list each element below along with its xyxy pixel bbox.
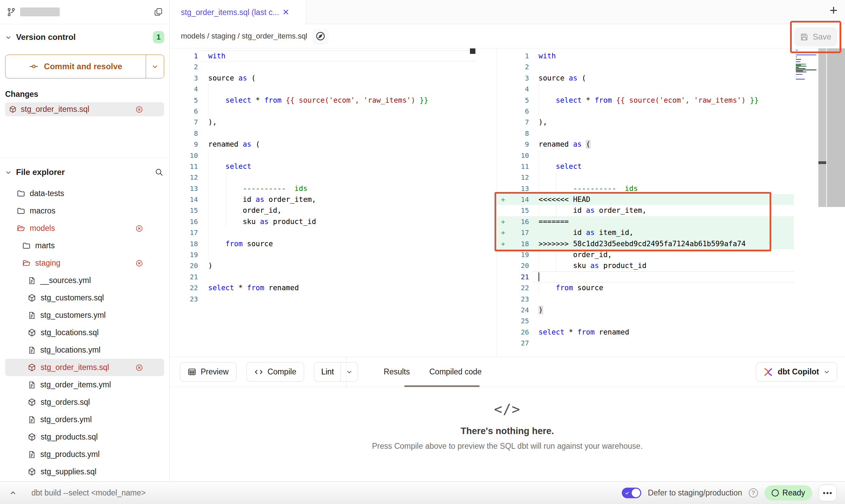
code-line[interactable]: 24) [497, 305, 794, 315]
code-line[interactable]: 11 select [497, 161, 794, 172]
code-line[interactable]: 11 select [170, 161, 477, 172]
code-line[interactable]: 4 [497, 84, 794, 94]
defer-toggle[interactable] [622, 488, 641, 498]
code-line[interactable]: 3source as ( [497, 73, 794, 84]
code-line[interactable]: 5 select * from {{ source('ecom', 'raw_i… [170, 95, 477, 106]
code-line[interactable]: 2 [170, 61, 477, 72]
code-line[interactable]: 23 [497, 294, 794, 305]
tree-item-stg-customers-yml[interactable]: stg_customers.yml [5, 307, 164, 324]
code-line[interactable]: 21 [170, 271, 477, 282]
tree-item-stg-locations-sql[interactable]: stg_locations.sql [5, 324, 164, 341]
commit-options-chevron[interactable] [146, 55, 164, 78]
code-line[interactable]: 6 [170, 106, 477, 117]
code-line[interactable]: 8 [497, 128, 794, 139]
tree-item-stg-products-yml[interactable]: stg_products.yml [5, 446, 164, 463]
diff-pane-original[interactable]: 1with23source as (45 select * from {{ so… [170, 48, 477, 357]
code-line[interactable]: 18 from source [170, 238, 477, 249]
search-icon[interactable] [154, 167, 164, 177]
new-tab-icon[interactable]: + [830, 3, 837, 17]
code-line[interactable]: +14<<<<<<< HEAD [497, 194, 794, 205]
lineage-compass-icon[interactable] [313, 29, 328, 44]
code-line[interactable]: 7), [170, 117, 477, 128]
tree-item-macros[interactable]: macros [5, 202, 164, 220]
tree-item-stg-orders-yml[interactable]: stg_orders.yml [5, 411, 164, 428]
minimap[interactable] [794, 50, 818, 118]
code-line[interactable]: 1with [170, 50, 477, 61]
compile-button[interactable]: Compile [246, 362, 304, 382]
code-line[interactable]: 22 from source [497, 282, 794, 293]
chevron-down-icon[interactable] [5, 169, 12, 176]
tree-item-marts[interactable]: marts [5, 237, 164, 254]
code-line[interactable]: 15 id as order_item, [497, 205, 794, 216]
code-line[interactable]: 9renamed as ( [170, 139, 477, 150]
tree-item-data-tests[interactable]: data-tests [5, 185, 164, 202]
tab-results[interactable]: Results [384, 367, 410, 376]
chevron-up-icon[interactable] [9, 489, 17, 497]
editor-scrollbar[interactable] [818, 48, 826, 207]
code-line[interactable]: 12 [497, 172, 794, 183]
command-input[interactable]: dbt build --select <model_name> [31, 488, 146, 498]
code-line[interactable]: 9renamed as ( [497, 139, 794, 150]
changed-file-row[interactable]: stg_order_items.sql [5, 102, 164, 116]
code-line[interactable]: 23 [170, 294, 477, 305]
code-line[interactable]: +18>>>>>>> 58c1dd23d5eebd9cd2495fa7124ab… [497, 238, 794, 249]
status-badge[interactable]: Ready [764, 485, 812, 501]
code-line[interactable]: 2 [497, 61, 794, 72]
tree-item-stg-order-items-sql[interactable]: stg_order_items.sql [5, 359, 164, 376]
tree-item-stg-locations-yml[interactable]: stg_locations.yml [5, 341, 164, 359]
copy-files-icon[interactable] [154, 7, 164, 17]
tree-item-models[interactable]: models [5, 220, 164, 237]
close-tab-icon[interactable]: ✕ [283, 8, 289, 17]
code-line[interactable]: 14 id as order_item, [170, 194, 477, 205]
code-line[interactable]: 20 sku as product_id [497, 260, 794, 271]
tree-item-stg-orders-sql[interactable]: stg_orders.sql [5, 394, 164, 411]
code-line[interactable]: 10 [170, 150, 477, 161]
left-pane-scrollbar-thumb[interactable] [470, 48, 475, 54]
discard-change-icon[interactable] [135, 364, 143, 371]
code-line[interactable]: 19 [170, 249, 477, 260]
discard-change-icon[interactable] [135, 225, 143, 232]
code-line[interactable]: 19 order_id, [497, 249, 794, 260]
tree-item-stg-customers-sql[interactable]: stg_customers.sql [5, 289, 164, 307]
code-line[interactable]: 12 [170, 172, 477, 183]
code-line[interactable]: 3source as ( [170, 73, 477, 84]
code-line[interactable]: 13 ---------- ids [497, 183, 794, 194]
code-line[interactable]: 15 order_id, [170, 205, 477, 216]
code-line[interactable]: 1with [497, 50, 794, 61]
lint-button[interactable]: Lint [314, 362, 341, 381]
save-button[interactable]: Save [794, 27, 837, 46]
discard-change-icon[interactable] [135, 106, 143, 113]
discard-change-icon[interactable] [135, 260, 143, 267]
code-line[interactable]: 6 [497, 106, 794, 117]
tree-item-stg-products-sql[interactable]: stg_products.sql [5, 428, 164, 446]
tab-stg-order-items[interactable]: stg_order_items.sql (last c... ✕ [170, 0, 306, 25]
code-line[interactable]: 10 [497, 150, 794, 161]
code-line[interactable]: 20) [170, 260, 477, 271]
editor-scrollbar-thumb[interactable] [818, 161, 826, 164]
code-line[interactable]: 26select * from renamed [497, 327, 794, 338]
code-line[interactable]: +17 id as item_id, [497, 227, 794, 238]
code-line[interactable]: +16======= [497, 216, 794, 227]
commit-and-resolve-button[interactable]: Commit and resolve [5, 55, 146, 78]
code-line[interactable]: 4 [170, 84, 477, 94]
diff-pane-modified[interactable]: 1with23source as (45 select * from {{ so… [497, 48, 794, 357]
tree-item-stg-order-items-yml[interactable]: stg_order_items.yml [5, 376, 164, 394]
preview-button[interactable]: Preview [180, 362, 237, 382]
tree-item-stg-supplies-sql[interactable]: stg_supplies.sql [5, 463, 164, 480]
code-line[interactable]: 8 [170, 128, 477, 139]
code-line[interactable]: 13 ---------- ids [170, 183, 477, 194]
code-line[interactable]: 16 sku as product_id [170, 216, 477, 227]
lint-options-chevron[interactable] [341, 362, 358, 381]
help-icon[interactable]: ? [749, 488, 758, 498]
tab-compiled-code[interactable]: Compiled code [429, 367, 482, 376]
dbt-copilot-button[interactable]: dbt Copilot [756, 362, 837, 382]
tree-item-staging[interactable]: staging [5, 254, 164, 272]
code-line[interactable]: 25 [497, 315, 794, 326]
code-line[interactable]: 5 select * from {{ source('ecom', 'raw_i… [497, 95, 794, 106]
code-line[interactable]: 27 [497, 338, 794, 349]
code-line[interactable]: 7), [497, 117, 794, 128]
more-options-button[interactable]: ••• [819, 485, 837, 501]
tree-item--sources-yml[interactable]: __sources.yml [5, 272, 164, 289]
chevron-down-icon[interactable] [5, 34, 12, 41]
code-line[interactable]: 21 [497, 271, 794, 282]
